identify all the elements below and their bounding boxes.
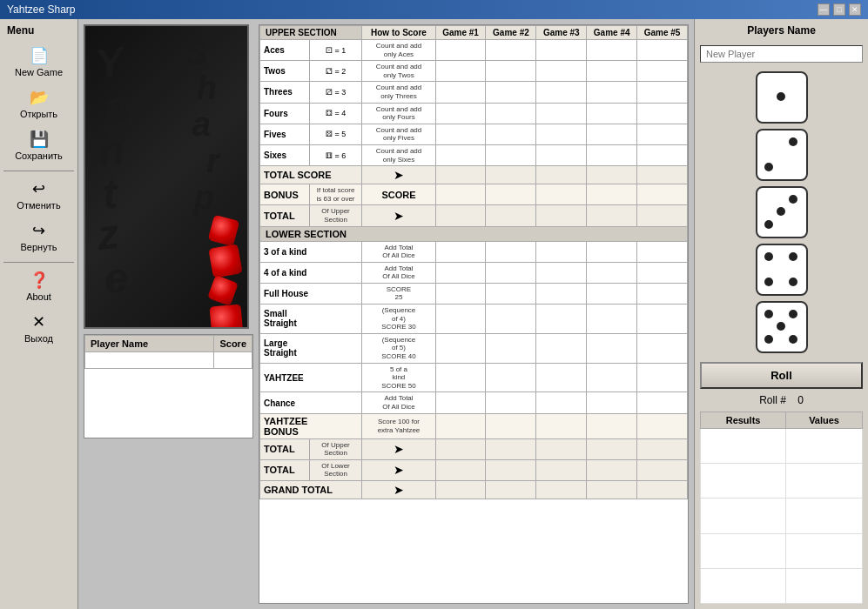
panel-title: Players Name — [700, 24, 863, 37]
redo-icon: ↪ — [32, 221, 45, 240]
die-3[interactable] — [756, 186, 808, 238]
right-panel: Players Name — [694, 19, 868, 609]
roll-label: Roll # — [759, 394, 786, 406]
results-col1: Results — [701, 412, 786, 429]
aces-g5[interactable] — [637, 40, 688, 61]
undo-label: Отменить — [17, 200, 60, 211]
exit-icon: ✕ — [32, 312, 45, 331]
exit-label: Выход — [24, 333, 53, 344]
undo-icon: ↩ — [32, 179, 45, 198]
results-row — [701, 429, 863, 464]
fours-row: Fours ⚃ = 4 Count and addonly Fours — [260, 103, 688, 124]
scorecard[interactable]: UPPER SECTION How to Score Game #1 Game … — [259, 24, 689, 604]
game3-header: Game #3 — [536, 26, 587, 40]
maximize-button[interactable]: □ — [833, 3, 845, 16]
results-row — [701, 568, 863, 603]
aces-g4[interactable] — [587, 40, 637, 61]
how-to-header: How to Score — [362, 26, 435, 40]
window-controls: — □ ✕ — [818, 3, 861, 16]
die-2[interactable] — [756, 129, 808, 181]
yahtzee-image: Y a h t z e S h a r p — [84, 24, 249, 329]
total-lower-section-row: TOTAL Of LowerSection ➤ — [260, 459, 688, 480]
divider-2 — [3, 262, 74, 263]
upper-section-header: UPPER SECTION — [260, 26, 362, 40]
redo-label: Вернуть — [21, 242, 57, 252]
four-of-kind-row: 4 of a kind Add TotalOf All Dice — [260, 262, 688, 283]
table-row — [85, 352, 252, 369]
undo-button[interactable]: ↩ Отменить — [3, 175, 74, 215]
player-name-input[interactable] — [700, 45, 863, 63]
die-1[interactable] — [756, 71, 808, 124]
aces-g3[interactable] — [536, 40, 587, 61]
game2-header: Game #2 — [486, 26, 536, 40]
threes-row: Threes ⚂ = 3 Count and addonly Threes — [260, 82, 688, 103]
roll-number-display: Roll # 0 — [700, 394, 863, 406]
die-4[interactable] — [756, 244, 808, 296]
die-5[interactable] — [756, 301, 808, 353]
app-title: Yahtzee Sharp — [7, 3, 76, 16]
sidebar: Menu 📄 New Game 📂 Открыть 💾 Сохранить ↩ … — [0, 19, 78, 609]
total-upper-section-row: TOTAL Of UpperSection ➤ — [260, 438, 688, 459]
game4-header: Game #4 — [587, 26, 637, 40]
twos-row: Twos ⚁ = 2 Count and addonly Twos — [260, 61, 688, 82]
aces-g1[interactable] — [435, 40, 486, 61]
full-house-row: Full House SCORE25 — [260, 283, 688, 304]
player-name-column: Player Name — [85, 336, 214, 352]
new-game-label: New Game — [15, 67, 63, 77]
game-area: Y a h t z e S h a r p — [78, 19, 694, 609]
fives-row: Fives ⚄ = 5 Count and addonly Fives — [260, 124, 688, 144]
aces-row: Aces ⚀ = 1 Count and addonly Aces — [260, 40, 688, 61]
results-table: Results Values — [700, 412, 863, 604]
exit-button[interactable]: ✕ Выход — [3, 308, 74, 348]
roll-button[interactable]: Roll — [700, 362, 863, 389]
dice-panel — [700, 71, 863, 353]
about-label: About — [26, 291, 51, 302]
results-row — [701, 533, 863, 568]
new-game-icon: 📄 — [30, 46, 49, 65]
total-score-row: TOTAL SCORE ➤ — [260, 166, 688, 184]
about-icon: ❓ — [30, 271, 49, 290]
roll-count: 0 — [797, 394, 804, 406]
bonus-row: BONUS If total scoreis 63 or over SCORE — [260, 184, 688, 205]
yahtzee-bonus-row: YAHTZEEBONUS Score 100 forextra Yahtzee — [260, 413, 688, 438]
open-icon: 📂 — [30, 88, 49, 107]
total-upper-row: TOTAL Of UpperSection ➤ — [260, 205, 688, 226]
new-game-button[interactable]: 📄 New Game — [3, 42, 74, 82]
divider-1 — [3, 171, 74, 171]
lower-section-header: LOWER SECTION — [260, 226, 688, 241]
open-label: Открыть — [20, 109, 57, 119]
redo-button[interactable]: ↪ Вернуть — [3, 217, 74, 257]
save-label: Сохранить — [15, 151, 63, 161]
chance-row: Chance Add TotalOf All Dice — [260, 392, 688, 413]
sixes-row: Sixes ⚅ = 6 Count and addonly Sixes — [260, 144, 688, 165]
results-row — [701, 499, 863, 533]
small-straight-row: SmallStraight (Sequenceof 4)SCORE 30 — [260, 304, 688, 334]
aces-g2[interactable] — [486, 40, 536, 61]
results-col2: Values — [786, 412, 863, 429]
game1-header: Game #1 — [435, 26, 486, 40]
results-row — [701, 464, 863, 499]
grand-total-row: GRAND TOTAL ➤ — [260, 480, 688, 499]
three-of-kind-row: 3 of a kind Add TotalOf All Dice — [260, 241, 688, 262]
player-list: Player Name Score — [84, 334, 253, 438]
save-icon: 💾 — [30, 130, 49, 149]
large-straight-row: LargeStraight (Sequenceof 5)SCORE 40 — [260, 333, 688, 363]
yahtzee-row: YAHTZEE 5 of akindSCORE 50 — [260, 363, 688, 392]
game-content: Y a h t z e S h a r p — [84, 24, 689, 604]
game5-header: Game #5 — [637, 26, 688, 40]
title-bar: Yahtzee Sharp — □ ✕ — [0, 0, 868, 19]
open-button[interactable]: 📂 Открыть — [3, 84, 74, 124]
about-button[interactable]: ❓ About — [3, 266, 74, 306]
minimize-button[interactable]: — — [818, 3, 830, 16]
score-column: Score — [214, 336, 252, 352]
menu-header: Menu — [3, 23, 74, 38]
save-button[interactable]: 💾 Сохранить — [3, 125, 74, 165]
close-button[interactable]: ✕ — [849, 3, 861, 16]
